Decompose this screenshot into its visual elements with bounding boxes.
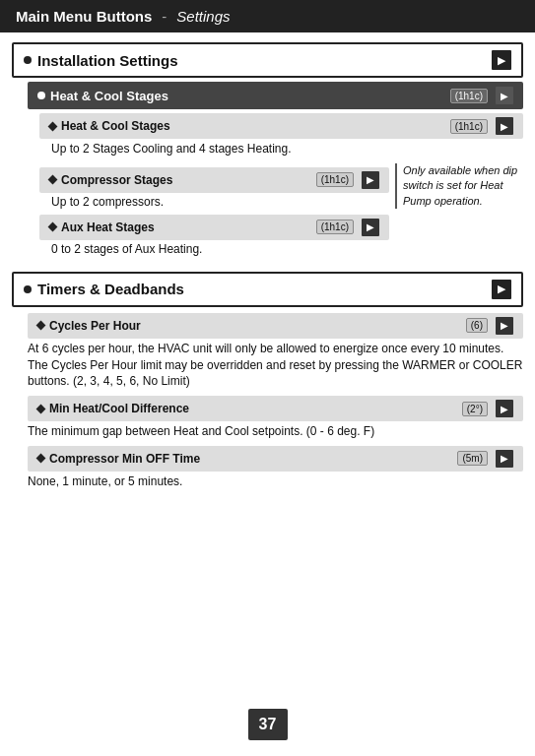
aux-heat-stages-arrow[interactable]: ▶ xyxy=(362,219,379,236)
side-note-text: Only available when dip switch is set fo… xyxy=(395,163,523,209)
cycles-per-hour-right: (6) ▶ xyxy=(466,317,513,335)
compressor-stages-row[interactable]: Compressor Stages (1h1c) ▶ xyxy=(39,167,389,193)
heat-cool-sub-arrow[interactable]: ▶ xyxy=(496,117,513,135)
compressor-stages-desc: Up to 2 compressors. xyxy=(51,195,389,209)
heat-cool-stages-badge: (1h1c) xyxy=(450,89,488,103)
heat-cool-sub-row[interactable]: Heat & Cool Stages (1h1c) ▶ xyxy=(39,113,523,139)
min-heat-cool-desc: The minimum gap between Heat and Cool se… xyxy=(28,423,523,440)
aux-heat-stages-row[interactable]: Aux Heat Stages (1h1c) ▶ xyxy=(39,215,389,240)
compressor-min-off-desc: None, 1 minute, or 5 minutes. xyxy=(28,473,523,490)
min-heat-cool-right: (2°) ▶ xyxy=(462,400,513,417)
aux-heat-stages-label: Aux Heat Stages xyxy=(49,220,155,234)
diamond-icon xyxy=(36,404,46,413)
cycles-per-hour-badge: (6) xyxy=(466,318,488,333)
min-heat-cool-badge: (2°) xyxy=(462,402,488,416)
heat-cool-stages-row[interactable]: Heat & Cool Stages (1h1c) ▶ xyxy=(28,82,523,109)
heat-cool-sub-badge: (1h1c) xyxy=(450,119,488,134)
cycles-per-hour-label: Cycles Per Hour xyxy=(37,319,141,333)
header-separator: - xyxy=(162,8,167,25)
cycles-per-hour-desc: At 6 cycles per hour, the HVAC unit will… xyxy=(28,341,523,390)
diamond-icon xyxy=(48,175,58,185)
compressor-min-off-label: Compressor Min OFF Time xyxy=(37,452,200,466)
timers-deadbands-label: Timers & Deadbands xyxy=(24,281,184,297)
aux-heat-stages-desc: 0 to 2 stages of Aux Heating. xyxy=(51,242,389,256)
compressor-min-off-arrow[interactable]: ▶ xyxy=(496,450,513,468)
compressor-min-off-right: (5m) ▶ xyxy=(457,450,513,468)
bullet-icon xyxy=(24,285,32,293)
cycles-per-hour-arrow[interactable]: ▶ xyxy=(496,317,513,335)
compressor-min-off-badge: (5m) xyxy=(457,451,488,466)
header-main: Main Menu Buttons xyxy=(16,8,152,25)
aux-heat-stages-right: (1h1c) ▶ xyxy=(316,219,379,236)
cycles-per-hour-row[interactable]: Cycles Per Hour (6) ▶ xyxy=(28,313,523,339)
aux-heat-stages-badge: (1h1c) xyxy=(316,220,354,234)
heat-cool-sub-right: (1h1c) ▶ xyxy=(450,117,513,135)
diamond-icon xyxy=(36,321,46,331)
compressor-stages-arrow[interactable]: ▶ xyxy=(362,171,379,189)
side-note-left: Compressor Stages (1h1c) ▶ Up to 2 compr… xyxy=(39,163,389,260)
header-sub: Settings xyxy=(176,8,230,25)
bullet-icon xyxy=(37,92,45,99)
installation-settings-label: Installation Settings xyxy=(24,52,178,69)
min-heat-cool-row[interactable]: Min Heat/Cool Difference (2°) ▶ xyxy=(28,396,523,421)
compressor-stages-label: Compressor Stages xyxy=(49,173,172,187)
page-number: 37 xyxy=(248,709,288,740)
diamond-icon xyxy=(48,222,58,232)
main-content: Installation Settings ▶ Heat & Cool Stag… xyxy=(0,32,535,506)
compressor-stages-right: (1h1c) ▶ xyxy=(316,171,379,189)
bullet-icon xyxy=(24,56,32,64)
heat-cool-desc: Up to 2 Stages Cooling and 4 stages Heat… xyxy=(51,141,523,158)
timers-deadbands-row[interactable]: Timers & Deadbands ▶ xyxy=(12,272,523,307)
diamond-icon xyxy=(48,121,58,131)
header: Main Menu Buttons - Settings xyxy=(0,0,535,32)
compressor-min-off-row[interactable]: Compressor Min OFF Time (5m) ▶ xyxy=(28,446,523,472)
min-heat-cool-arrow[interactable]: ▶ xyxy=(496,400,513,417)
heat-cool-stages-arrow[interactable]: ▶ xyxy=(496,87,513,104)
diamond-icon xyxy=(36,454,46,464)
heat-cool-stages-label: Heat & Cool Stages xyxy=(37,89,168,103)
heat-cool-sub-label: Heat & Cool Stages xyxy=(49,119,170,133)
heat-cool-stages-right: (1h1c) ▶ xyxy=(450,87,513,104)
installation-settings-row[interactable]: Installation Settings ▶ xyxy=(12,42,523,78)
installation-settings-arrow[interactable]: ▶ xyxy=(492,50,511,70)
timers-deadbands-arrow[interactable]: ▶ xyxy=(492,280,511,299)
compressor-stages-badge: (1h1c) xyxy=(316,172,354,187)
min-heat-cool-label: Min Heat/Cool Difference xyxy=(37,402,189,415)
side-note-container: Compressor Stages (1h1c) ▶ Up to 2 compr… xyxy=(39,163,523,260)
